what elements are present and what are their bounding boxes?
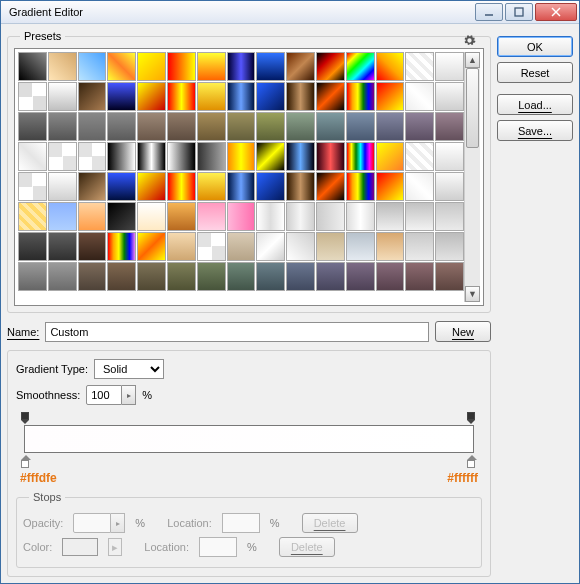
preset-swatch[interactable] bbox=[197, 52, 226, 81]
preset-swatch[interactable] bbox=[256, 172, 285, 201]
preset-swatch[interactable] bbox=[376, 52, 405, 81]
preset-swatch[interactable] bbox=[197, 202, 226, 231]
preset-swatch[interactable] bbox=[167, 142, 196, 171]
scroll-track[interactable] bbox=[465, 68, 480, 286]
color-location-input[interactable] bbox=[199, 537, 237, 557]
preset-swatch[interactable] bbox=[405, 142, 434, 171]
preset-swatch[interactable] bbox=[18, 52, 47, 81]
preset-swatch[interactable] bbox=[435, 172, 464, 201]
preset-swatch[interactable] bbox=[167, 172, 196, 201]
preset-swatch[interactable] bbox=[346, 172, 375, 201]
color-delete-button[interactable]: Delete bbox=[279, 537, 335, 557]
preset-swatch[interactable] bbox=[405, 262, 434, 291]
preset-swatch[interactable] bbox=[316, 262, 345, 291]
preset-swatch[interactable] bbox=[346, 232, 375, 261]
preset-swatch[interactable] bbox=[48, 232, 77, 261]
preset-swatch[interactable] bbox=[137, 52, 166, 81]
preset-swatch[interactable] bbox=[197, 172, 226, 201]
preset-swatch[interactable] bbox=[107, 232, 136, 261]
opacity-input[interactable] bbox=[73, 513, 111, 533]
preset-swatch[interactable] bbox=[78, 262, 107, 291]
preset-swatch[interactable] bbox=[197, 262, 226, 291]
preset-swatch[interactable] bbox=[227, 262, 256, 291]
reset-button[interactable]: Reset bbox=[497, 62, 573, 83]
preset-swatch[interactable] bbox=[376, 172, 405, 201]
preset-swatch[interactable] bbox=[107, 202, 136, 231]
preset-swatch[interactable] bbox=[376, 82, 405, 111]
preset-swatch[interactable] bbox=[435, 142, 464, 171]
preset-swatch[interactable] bbox=[107, 82, 136, 111]
preset-swatch[interactable] bbox=[405, 112, 434, 141]
preset-swatch[interactable] bbox=[316, 112, 345, 141]
preset-swatch[interactable] bbox=[376, 142, 405, 171]
preset-swatch[interactable] bbox=[137, 172, 166, 201]
preset-swatch[interactable] bbox=[286, 202, 315, 231]
ok-button[interactable]: OK bbox=[497, 36, 573, 57]
maximize-button[interactable] bbox=[505, 3, 533, 21]
preset-swatch[interactable] bbox=[346, 262, 375, 291]
preset-swatch[interactable] bbox=[137, 262, 166, 291]
preset-swatch[interactable] bbox=[316, 232, 345, 261]
gradient-bar[interactable] bbox=[24, 425, 474, 453]
preset-swatch[interactable] bbox=[18, 112, 47, 141]
preset-swatch[interactable] bbox=[376, 202, 405, 231]
preset-swatch[interactable] bbox=[286, 142, 315, 171]
preset-swatch[interactable] bbox=[18, 142, 47, 171]
preset-swatch[interactable] bbox=[137, 202, 166, 231]
preset-swatch[interactable] bbox=[346, 202, 375, 231]
preset-swatch[interactable] bbox=[48, 52, 77, 81]
preset-swatch[interactable] bbox=[256, 142, 285, 171]
preset-swatch[interactable] bbox=[316, 142, 345, 171]
preset-swatch[interactable] bbox=[286, 112, 315, 141]
preset-swatch[interactable] bbox=[286, 262, 315, 291]
smoothness-input[interactable] bbox=[86, 385, 122, 405]
preset-swatch[interactable] bbox=[256, 232, 285, 261]
preset-swatch[interactable] bbox=[48, 202, 77, 231]
opacity-stop-left[interactable] bbox=[21, 412, 31, 424]
preset-swatch[interactable] bbox=[48, 112, 77, 141]
preset-swatch[interactable] bbox=[18, 262, 47, 291]
preset-swatch[interactable] bbox=[316, 172, 345, 201]
preset-swatch[interactable] bbox=[18, 202, 47, 231]
scroll-up-button[interactable]: ▲ bbox=[465, 52, 480, 68]
preset-swatch[interactable] bbox=[78, 82, 107, 111]
presets-scrollbar[interactable]: ▲ ▼ bbox=[464, 52, 480, 302]
save-button[interactable]: Save... bbox=[497, 120, 573, 141]
color-swatch-input[interactable] bbox=[62, 538, 98, 556]
preset-swatch[interactable] bbox=[435, 82, 464, 111]
preset-swatch[interactable] bbox=[316, 202, 345, 231]
preset-swatch[interactable] bbox=[18, 232, 47, 261]
preset-swatch[interactable] bbox=[286, 172, 315, 201]
preset-swatch[interactable] bbox=[405, 202, 434, 231]
preset-swatch[interactable] bbox=[48, 82, 77, 111]
preset-swatch[interactable] bbox=[197, 112, 226, 141]
new-button[interactable]: New bbox=[435, 321, 491, 342]
gradient-ramp[interactable] bbox=[16, 411, 482, 467]
preset-swatch[interactable] bbox=[78, 202, 107, 231]
preset-swatch[interactable] bbox=[78, 112, 107, 141]
preset-swatch[interactable] bbox=[78, 52, 107, 81]
name-input[interactable] bbox=[45, 322, 429, 342]
preset-swatch[interactable] bbox=[78, 172, 107, 201]
preset-swatch[interactable] bbox=[78, 142, 107, 171]
opacity-stop-right[interactable] bbox=[467, 412, 477, 424]
preset-swatch[interactable] bbox=[435, 232, 464, 261]
preset-swatch[interactable] bbox=[227, 52, 256, 81]
preset-swatch[interactable] bbox=[107, 262, 136, 291]
preset-swatch[interactable] bbox=[316, 82, 345, 111]
preset-swatch[interactable] bbox=[376, 262, 405, 291]
smoothness-stepper[interactable]: ▸ bbox=[122, 385, 136, 405]
preset-swatch[interactable] bbox=[48, 172, 77, 201]
preset-swatch[interactable] bbox=[137, 82, 166, 111]
preset-swatch[interactable] bbox=[286, 82, 315, 111]
close-button[interactable] bbox=[535, 3, 577, 21]
preset-swatch[interactable] bbox=[107, 112, 136, 141]
preset-swatch[interactable] bbox=[137, 112, 166, 141]
preset-swatch[interactable] bbox=[256, 52, 285, 81]
preset-swatch[interactable] bbox=[227, 202, 256, 231]
preset-swatch[interactable] bbox=[376, 232, 405, 261]
preset-swatch[interactable] bbox=[107, 52, 136, 81]
preset-swatch[interactable] bbox=[167, 262, 196, 291]
preset-swatch[interactable] bbox=[107, 142, 136, 171]
preset-swatch[interactable] bbox=[227, 232, 256, 261]
